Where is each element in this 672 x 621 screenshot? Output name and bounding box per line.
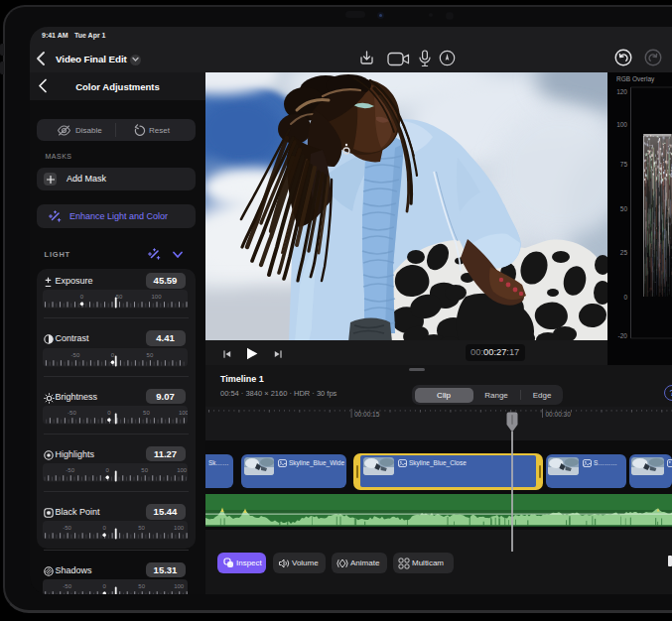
svg-text:-50: -50 bbox=[67, 410, 76, 416]
svg-text:100: 100 bbox=[174, 583, 185, 589]
svg-text:25: 25 bbox=[620, 249, 628, 256]
svg-text:75: 75 bbox=[620, 161, 628, 168]
svg-text:0: 0 bbox=[623, 294, 627, 301]
svg-text:120: 120 bbox=[616, 88, 627, 95]
svg-text:50: 50 bbox=[115, 294, 122, 300]
svg-text:00:00:30: 00:00:30 bbox=[546, 411, 572, 418]
svg-text:-50: -50 bbox=[70, 352, 79, 358]
svg-text:100: 100 bbox=[616, 121, 627, 128]
svg-text:-20: -20 bbox=[618, 332, 628, 339]
svg-text:100: 100 bbox=[174, 526, 185, 532]
svg-text:-50: -50 bbox=[66, 467, 74, 473]
svg-text:100: 100 bbox=[151, 294, 162, 300]
svg-text:-50: -50 bbox=[63, 526, 71, 532]
svg-text:100: 100 bbox=[178, 410, 187, 416]
svg-text:50: 50 bbox=[141, 467, 148, 473]
svg-text:50: 50 bbox=[138, 583, 145, 589]
svg-text:-50: -50 bbox=[63, 583, 71, 589]
svg-text:RGB Overlay: RGB Overlay bbox=[616, 75, 655, 83]
svg-text:50: 50 bbox=[146, 352, 153, 358]
svg-text:50: 50 bbox=[143, 410, 150, 416]
svg-text:00:00:15: 00:00:15 bbox=[354, 411, 380, 418]
svg-text:50: 50 bbox=[620, 205, 628, 212]
svg-text:100: 100 bbox=[177, 467, 188, 473]
svg-text:50: 50 bbox=[138, 526, 145, 532]
